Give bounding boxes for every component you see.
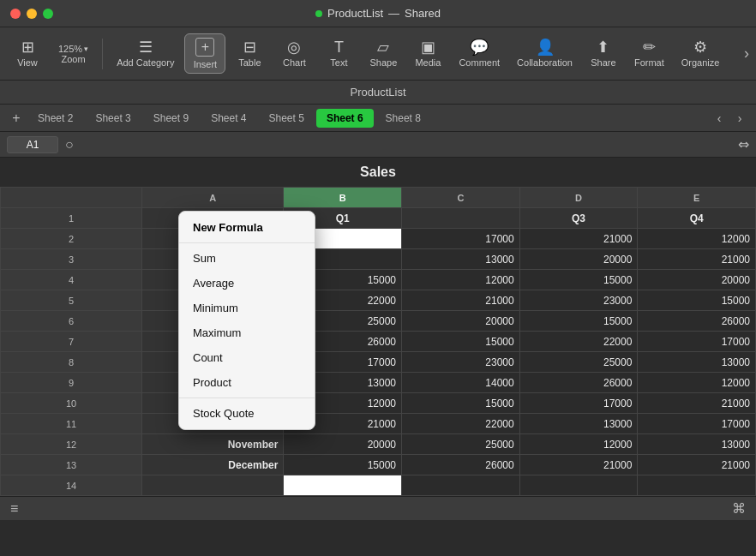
cell-data[interactable]: 12000 bbox=[519, 434, 638, 455]
bottom-menu-icon[interactable]: ≡ bbox=[10, 501, 18, 517]
dropdown-item-average[interactable]: Average bbox=[179, 271, 315, 296]
cell-14-a[interactable] bbox=[142, 475, 284, 496]
toolbar-collaboration[interactable]: 👤 Collaboration bbox=[510, 36, 579, 71]
media-icon: ▣ bbox=[421, 39, 435, 55]
toolbar-text[interactable]: T Text bbox=[318, 36, 359, 71]
sheet-tab-3[interactable]: Sheet 3 bbox=[85, 109, 141, 128]
cell-data[interactable]: 20000 bbox=[519, 249, 638, 270]
dropdown-item-stock-quote[interactable]: Stock Quote bbox=[179, 401, 315, 426]
cell-data[interactable]: 23000 bbox=[402, 352, 520, 373]
toolbar-table[interactable]: ⊟ Table bbox=[229, 36, 270, 71]
organize-icon: ⚙ bbox=[693, 39, 707, 55]
toolbar-share[interactable]: ⬆ Share bbox=[583, 36, 624, 71]
dropdown-item-maximum[interactable]: Maximum bbox=[179, 320, 315, 345]
cell-data[interactable]: 20000 bbox=[284, 434, 402, 455]
minimize-button[interactable] bbox=[27, 9, 37, 19]
toolbar-organize[interactable]: ⚙ Organize bbox=[675, 36, 727, 71]
cell-data[interactable]: 26000 bbox=[402, 455, 520, 475]
sheet-tab-2[interactable]: Sheet 2 bbox=[27, 109, 83, 128]
zoom-chevron-icon: ▾ bbox=[84, 45, 88, 53]
cell-data[interactable]: 25000 bbox=[402, 434, 520, 455]
cell-data[interactable]: 15000 bbox=[519, 311, 638, 332]
cell-data[interactable]: 26000 bbox=[519, 373, 638, 393]
cell-data[interactable]: 14000 bbox=[402, 373, 520, 393]
dropdown-item-minimum[interactable]: Minimum bbox=[179, 296, 315, 320]
toolbar-chart[interactable]: ◎ Chart bbox=[273, 36, 315, 71]
cell-data[interactable]: 21000 bbox=[519, 455, 638, 475]
sheet-tab-8[interactable]: Sheet 8 bbox=[375, 109, 431, 128]
table-row: 6 May 25000 20000 15000 26000 bbox=[1, 311, 756, 332]
sheet-tab-9[interactable]: Sheet 9 bbox=[143, 109, 199, 128]
toolbar-add-category[interactable]: ☰ Add Category bbox=[110, 36, 181, 71]
toolbar-media[interactable]: ▣ Media bbox=[407, 36, 448, 71]
toolbar-overflow-icon[interactable]: › bbox=[744, 45, 749, 63]
col-header-a[interactable]: A bbox=[142, 188, 284, 208]
cell-label[interactable]: December bbox=[142, 455, 284, 475]
maximize-button[interactable] bbox=[43, 9, 53, 19]
cell-data[interactable]: 13000 bbox=[638, 434, 756, 455]
cell-data[interactable]: 17000 bbox=[402, 229, 520, 249]
col-resize-icon[interactable]: ⇔ bbox=[738, 136, 749, 152]
table-row: 1 Q1 Q3 Q4 bbox=[1, 208, 756, 229]
cell-data[interactable]: 23000 bbox=[519, 290, 638, 311]
cell-data[interactable]: 22000 bbox=[402, 414, 520, 434]
cell-data[interactable]: 12000 bbox=[638, 373, 756, 393]
close-button[interactable] bbox=[10, 9, 21, 19]
cell-data[interactable]: 13000 bbox=[638, 352, 756, 373]
cell-data[interactable]: 15000 bbox=[402, 393, 520, 414]
col-header-b[interactable]: B bbox=[284, 188, 402, 208]
sheet-nav-next[interactable]: › bbox=[730, 109, 749, 128]
cell-data[interactable]: 17000 bbox=[638, 332, 756, 352]
cell-data[interactable]: 21000 bbox=[638, 249, 756, 270]
sheet-nav-prev[interactable]: ‹ bbox=[710, 109, 729, 128]
sheet-tab-5[interactable]: Sheet 5 bbox=[259, 109, 315, 128]
cell-data[interactable]: 13000 bbox=[402, 249, 520, 270]
cell-14-e[interactable] bbox=[638, 475, 756, 496]
cell-14-d[interactable] bbox=[519, 475, 638, 496]
formula-input[interactable] bbox=[81, 139, 731, 151]
cell-data[interactable]: 15000 bbox=[519, 270, 638, 290]
toolbar-shape[interactable]: ▱ Shape bbox=[363, 36, 404, 71]
cell-1-c[interactable] bbox=[402, 208, 520, 229]
cell-14-b-selected[interactable] bbox=[284, 475, 402, 496]
cell-data[interactable]: 15000 bbox=[638, 290, 756, 311]
cell-data[interactable]: 20000 bbox=[402, 311, 520, 332]
cell-data[interactable]: 25000 bbox=[519, 352, 638, 373]
dropdown-item-sum[interactable]: Sum bbox=[179, 246, 315, 271]
cell-data[interactable]: 15000 bbox=[402, 332, 520, 352]
cell-data[interactable]: 12000 bbox=[402, 270, 520, 290]
cell-reference[interactable]: A1 bbox=[7, 136, 58, 153]
sheet-tab-6[interactable]: Sheet 6 bbox=[316, 109, 374, 128]
cell-14-c[interactable] bbox=[402, 475, 520, 496]
add-sheet-button[interactable]: + bbox=[7, 109, 26, 128]
col-header-d[interactable]: D bbox=[519, 188, 638, 208]
cell-data[interactable]: 21000 bbox=[638, 393, 756, 414]
toolbar-format[interactable]: ✏ Format bbox=[627, 36, 671, 71]
bottom-resize-icon[interactable]: ⌘ bbox=[732, 501, 746, 516]
cell-data[interactable]: 17000 bbox=[519, 393, 638, 414]
cell-label[interactable]: November bbox=[142, 434, 284, 455]
toolbar-zoom[interactable]: 125% ▾ Zoom bbox=[51, 40, 95, 68]
dropdown-item-product[interactable]: Product bbox=[179, 370, 315, 395]
cell-1-e[interactable]: Q4 bbox=[638, 208, 756, 229]
cell-data[interactable]: 20000 bbox=[638, 270, 756, 290]
col-header-c[interactable]: C bbox=[402, 188, 520, 208]
cell-data[interactable]: 21000 bbox=[402, 290, 520, 311]
cell-data[interactable]: 12000 bbox=[638, 229, 756, 249]
cell-data[interactable]: 17000 bbox=[638, 414, 756, 434]
col-header-e[interactable]: E bbox=[638, 188, 756, 208]
toolbar-view[interactable]: ⊞ View bbox=[7, 36, 48, 71]
cell-data[interactable]: 13000 bbox=[519, 414, 638, 434]
cell-data[interactable]: 21000 bbox=[638, 455, 756, 475]
cell-data[interactable]: 15000 bbox=[284, 455, 402, 475]
cell-data[interactable]: 22000 bbox=[519, 332, 638, 352]
sheet-tab-4[interactable]: Sheet 4 bbox=[201, 109, 256, 128]
dropdown-item-count[interactable]: Count bbox=[179, 345, 315, 370]
cell-1-d[interactable]: Q3 bbox=[519, 208, 638, 229]
cell-data[interactable]: 26000 bbox=[638, 311, 756, 332]
dropdown-item-new-formula[interactable]: New Formula bbox=[179, 215, 315, 240]
cell-data[interactable]: 21000 bbox=[519, 229, 638, 249]
spreadsheet[interactable]: Sales A B C D E 1 Q1 Q3 bbox=[0, 158, 756, 496]
toolbar-insert[interactable]: + Insert bbox=[184, 33, 225, 74]
toolbar-comment[interactable]: 💬 Comment bbox=[452, 36, 507, 71]
